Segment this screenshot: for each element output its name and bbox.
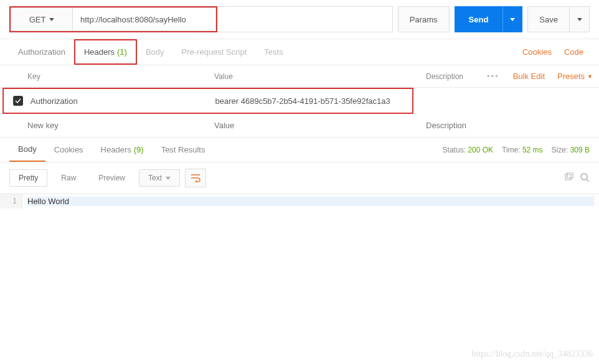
line-number: 1 bbox=[0, 197, 17, 205]
method-url-highlight: GET bbox=[9, 6, 217, 32]
time-label: Time: bbox=[502, 146, 521, 154]
svg-point-2 bbox=[581, 174, 587, 180]
header-value[interactable]: bearer 4689c5b7-2b54-4191-b571-35fe92fac… bbox=[215, 96, 412, 106]
tab-tests[interactable]: Tests bbox=[255, 39, 291, 65]
chevron-down-icon bbox=[510, 18, 515, 21]
save-button[interactable]: Save bbox=[527, 6, 570, 32]
svg-rect-0 bbox=[565, 174, 571, 180]
response-body: 1 Hello World bbox=[0, 194, 599, 208]
headers-table-header: Key Value Description ••• Bulk Edit Pres… bbox=[0, 65, 599, 88]
chevron-down-icon bbox=[166, 177, 171, 180]
presets-dropdown[interactable]: Presets ▼ bbox=[551, 72, 599, 81]
line-gutter: 1 bbox=[0, 194, 22, 208]
send-dropdown[interactable] bbox=[502, 6, 522, 32]
format-value: Text bbox=[148, 174, 162, 182]
more-icon[interactable]: ••• bbox=[479, 72, 507, 81]
new-value-input[interactable] bbox=[214, 121, 426, 130]
time-value: 52 ms bbox=[522, 146, 543, 154]
tab-headers[interactable]: Headers (1) bbox=[74, 39, 137, 65]
response-tab-body[interactable]: Body bbox=[9, 138, 45, 162]
check-icon bbox=[15, 98, 21, 104]
header-row-authorization[interactable]: Authorization bearer 4689c5b7-2b54-4191-… bbox=[2, 88, 413, 114]
view-pretty[interactable]: Pretty bbox=[9, 169, 47, 187]
svg-line-3 bbox=[587, 179, 589, 182]
search-icon[interactable] bbox=[580, 172, 590, 184]
response-tab-headers[interactable]: Headers (9) bbox=[92, 138, 153, 162]
code-content[interactable]: Hello World bbox=[22, 194, 599, 208]
tab-headers-label: Headers bbox=[84, 47, 115, 57]
request-tabs: Authorization Headers (1) Body Pre-reque… bbox=[0, 39, 599, 65]
url-input[interactable] bbox=[73, 7, 216, 31]
tab-body[interactable]: Body bbox=[137, 39, 173, 65]
url-input-extension[interactable] bbox=[217, 6, 393, 32]
presets-label: Presets bbox=[557, 72, 585, 81]
format-select[interactable]: Text bbox=[139, 169, 180, 187]
chevron-down-icon bbox=[49, 18, 54, 21]
magnifier-icon bbox=[580, 172, 590, 182]
size-label: Size: bbox=[552, 146, 568, 154]
save-dropdown[interactable] bbox=[570, 6, 590, 32]
bulk-edit-link[interactable]: Bulk Edit bbox=[507, 72, 551, 81]
response-body-toolbar: Pretty Raw Preview Text bbox=[0, 162, 599, 194]
tab-prerequest[interactable]: Pre-request Script bbox=[173, 39, 256, 65]
svg-rect-1 bbox=[567, 172, 573, 178]
response-status-info: Status: 200 OK Time: 52 ms Size: 309 B bbox=[443, 146, 590, 154]
status-value: 200 OK bbox=[468, 146, 493, 154]
copy-icon[interactable] bbox=[564, 172, 573, 184]
tab-authorization[interactable]: Authorization bbox=[9, 39, 74, 65]
status-label: Status: bbox=[443, 146, 466, 154]
code-line-1: Hello World bbox=[27, 197, 594, 206]
method-value: GET bbox=[29, 15, 46, 24]
new-desc-input[interactable] bbox=[426, 121, 599, 130]
new-key-input[interactable] bbox=[27, 121, 214, 130]
header-key[interactable]: Authorization bbox=[31, 96, 215, 106]
code-link[interactable]: Code bbox=[558, 47, 590, 57]
wrap-lines-icon bbox=[191, 174, 200, 182]
response-tab-testresults[interactable]: Test Results bbox=[153, 138, 214, 162]
params-button[interactable]: Params bbox=[398, 6, 450, 32]
tab-headers-count: (1) bbox=[117, 47, 127, 57]
row-checkbox[interactable] bbox=[13, 96, 23, 106]
header-row-new bbox=[0, 114, 599, 138]
wrap-icon[interactable] bbox=[185, 169, 206, 187]
response-tabs: Body Cookies Headers (9) Test Results St… bbox=[0, 138, 599, 162]
th-value: Value bbox=[214, 72, 426, 81]
response-tab-headers-label: Headers bbox=[101, 145, 131, 154]
view-raw[interactable]: Raw bbox=[52, 170, 85, 186]
cookies-link[interactable]: Cookies bbox=[516, 47, 558, 57]
request-bar: GET Params Send Save bbox=[0, 0, 599, 39]
caret-down-icon: ▼ bbox=[587, 73, 593, 80]
response-tab-headers-count: (9) bbox=[134, 145, 144, 154]
th-description: Description bbox=[426, 72, 479, 81]
view-preview[interactable]: Preview bbox=[90, 170, 134, 186]
th-key: Key bbox=[27, 72, 214, 81]
response-tab-cookies[interactable]: Cookies bbox=[45, 138, 92, 162]
chevron-down-icon bbox=[577, 18, 582, 21]
method-select[interactable]: GET bbox=[11, 7, 73, 31]
copy-icon-svg bbox=[564, 172, 573, 182]
send-button[interactable]: Send bbox=[455, 6, 503, 32]
size-value: 309 B bbox=[570, 146, 590, 154]
watermark: https://blog.csdn.net/qq_34823336 bbox=[472, 349, 593, 359]
